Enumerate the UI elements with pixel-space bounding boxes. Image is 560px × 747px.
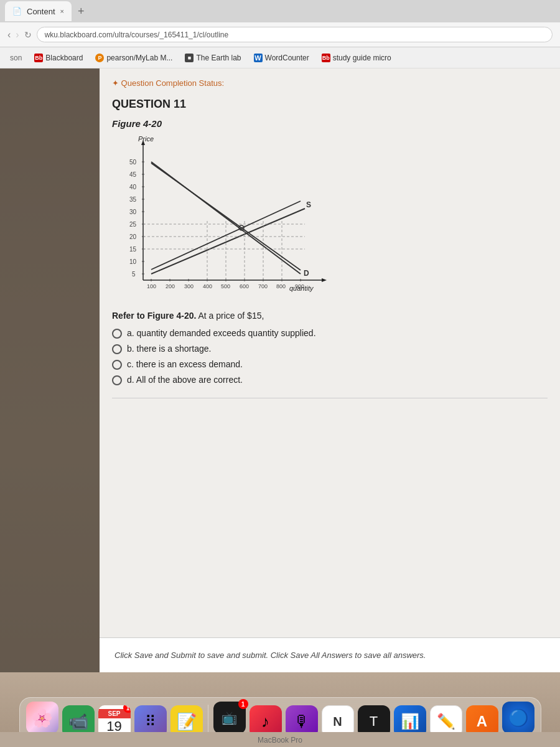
- radio-d[interactable]: [112, 375, 122, 385]
- svg-text:300: 300: [184, 283, 194, 289]
- svg-text:400: 400: [203, 283, 212, 289]
- answer-option-d[interactable]: d. All of the above are correct.: [112, 375, 548, 385]
- photos-icon: 🌸: [31, 708, 53, 728]
- dock-separator: [208, 705, 208, 735]
- svg-text:100: 100: [147, 283, 156, 289]
- svg-text:200: 200: [166, 283, 175, 289]
- studyguide-icon: Bb: [322, 54, 330, 62]
- question-text: Refer to Figure 4-20. At a price of $15,: [112, 311, 548, 321]
- earthlab-icon: ■: [185, 54, 194, 62]
- sidebar: [0, 68, 100, 672]
- address-bar: ‹ › ↻ wku.blackboard.com/ultra/courses/_…: [0, 22, 560, 47]
- pencil-icon: ✏️: [437, 713, 455, 730]
- submit-note-container: Click Save and Submit to save and submit…: [100, 637, 560, 672]
- answer-option-b[interactable]: b. there is a shortage.: [112, 344, 548, 354]
- svg-text:40: 40: [129, 184, 137, 190]
- tab-close-button[interactable]: ×: [60, 7, 64, 15]
- demand-line-2: [151, 163, 301, 270]
- answer-b-text: b. there is a shortage.: [127, 344, 211, 354]
- bookmark-pearson-label: pearson/MyLab M...: [106, 54, 172, 62]
- radio-a[interactable]: [112, 329, 122, 339]
- refresh-button[interactable]: ↻: [24, 30, 32, 40]
- pearson-icon: P: [95, 54, 104, 62]
- bookmark-studyguide[interactable]: Bb study guide micro: [317, 52, 396, 64]
- svg-text:25: 25: [129, 221, 137, 228]
- question-title: QUESTION 11: [112, 98, 548, 111]
- news-icon: N: [333, 715, 342, 729]
- svg-text:600: 600: [240, 283, 249, 289]
- svg-text:700: 700: [258, 283, 268, 289]
- svg-marker-3: [322, 278, 327, 282]
- supply-line-2: [151, 201, 301, 270]
- svg-text:50: 50: [129, 159, 137, 166]
- forward-button[interactable]: ›: [16, 29, 19, 40]
- bookmark-wordcounter-label: WordCounter: [265, 54, 309, 62]
- answer-c-text: c. there is an excess demand.: [127, 359, 243, 369]
- svg-text:800: 800: [276, 283, 286, 289]
- stocks-icon: T: [370, 713, 378, 730]
- svg-text:35: 35: [129, 196, 137, 203]
- notes-icon: 📝: [177, 712, 197, 731]
- submit-note-text: Click Save and Submit to save and submit…: [114, 651, 545, 660]
- svg-text:20: 20: [129, 233, 137, 240]
- music-icon: ♪: [261, 712, 269, 731]
- graph-container: Price quantity 5 10 15 20: [112, 134, 548, 298]
- tab-label: Content: [27, 7, 55, 16]
- bookmarks-bar: son Bb Blackboard P pearson/MyLab M... ■…: [0, 47, 560, 68]
- question-text-rest: At a price of $15,: [198, 311, 264, 321]
- svg-text:15: 15: [129, 246, 137, 253]
- safari-icon: 🔵: [508, 708, 528, 728]
- blackboard-icon: Bb: [34, 54, 43, 62]
- radio-c[interactable]: [112, 360, 122, 370]
- s-label: S: [306, 200, 311, 209]
- answer-d-text: d. All of the above are correct.: [127, 375, 243, 385]
- y-axis-label: Price: [138, 135, 154, 143]
- bookmark-earthlab[interactable]: ■ The Earth lab: [180, 52, 246, 64]
- bookmark-studyguide-label: study guide micro: [333, 54, 391, 62]
- new-tab-button[interactable]: +: [74, 5, 88, 18]
- bookmark-blackboard[interactable]: Bb Blackboard: [29, 52, 88, 64]
- supply-demand-graph: Price quantity 5 10 15 20: [112, 134, 336, 296]
- facetime-icon: 📹: [68, 712, 88, 731]
- swift-icon: A: [477, 713, 487, 730]
- svg-text:900: 900: [295, 283, 304, 289]
- svg-text:10: 10: [129, 258, 137, 265]
- d-label: D: [304, 269, 309, 278]
- tab-favicon: 📄: [12, 7, 22, 16]
- svg-text:30: 30: [129, 209, 137, 215]
- url-field[interactable]: wku.blackboard.com/ultra/courses/_165411…: [37, 27, 553, 42]
- active-tab[interactable]: 📄 Content ×: [5, 1, 72, 21]
- wordcounter-icon: W: [254, 54, 263, 62]
- question-text-bold: Refer to Figure 4-20.: [112, 311, 196, 321]
- completion-status-text: ✦ Question Completion Status:: [112, 78, 224, 88]
- macbook-label-bar: MacBook Pro: [0, 732, 560, 747]
- appletv-badge: 1: [238, 699, 248, 709]
- barchart-icon: 📊: [401, 713, 419, 730]
- bookmark-wordcounter[interactable]: W WordCounter: [249, 52, 314, 64]
- answer-option-a[interactable]: a. quantity demanded exceeds quantity su…: [112, 328, 548, 339]
- section-divider: [112, 398, 548, 398]
- radio-b[interactable]: [112, 344, 122, 354]
- svg-text:45: 45: [129, 171, 137, 178]
- answer-option-c[interactable]: c. there is an excess demand.: [112, 359, 548, 370]
- macbook-label-text: MacBook Pro: [258, 736, 302, 745]
- bookmark-pearson[interactable]: P pearson/MyLab M...: [90, 52, 177, 64]
- page-layout: ✦ Question Completion Status: QUESTION 1…: [0, 68, 560, 672]
- bookmark-son[interactable]: son: [5, 52, 27, 64]
- launchpad-icon: ⠿: [145, 713, 156, 730]
- answer-a-text: a. quantity demanded exceeds quantity su…: [127, 328, 316, 338]
- completion-status: ✦ Question Completion Status:: [112, 78, 548, 88]
- back-button[interactable]: ‹: [7, 29, 11, 40]
- figure-title: Figure 4-20: [112, 118, 548, 129]
- podcasts-icon: 🎙: [294, 712, 310, 731]
- bookmark-blackboard-label: Blackboard: [45, 54, 83, 62]
- url-text: wku.blackboard.com/ultra/courses/_165411…: [45, 31, 229, 39]
- main-panel: ✦ Question Completion Status: QUESTION 1…: [100, 68, 560, 672]
- svg-text:500: 500: [221, 283, 230, 289]
- bookmark-earthlab-label: The Earth lab: [196, 54, 241, 62]
- bookmark-son-label: son: [10, 54, 22, 62]
- appletv-icon: 📺: [222, 710, 237, 725]
- svg-text:5: 5: [132, 271, 136, 278]
